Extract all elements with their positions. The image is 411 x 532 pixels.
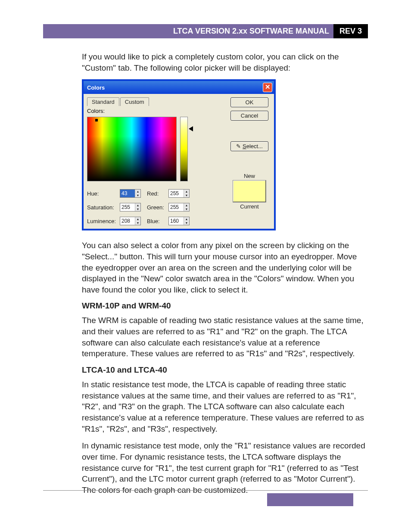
luminence-spinner[interactable]: 208 ▲▼: [120, 217, 141, 225]
spinner-up-icon[interactable]: ▲: [184, 190, 189, 193]
spinner-down-icon[interactable]: ▼: [184, 221, 189, 225]
spinner-down-icon[interactable]: ▼: [135, 193, 140, 197]
blue-spinner[interactable]: 160 ▲▼: [168, 217, 190, 225]
wrm-paragraph: The WRM is capable of reading two static…: [82, 315, 368, 359]
spinner-down-icon[interactable]: ▼: [135, 221, 140, 225]
blue-value: 160: [169, 217, 184, 225]
ok-button[interactable]: OK: [230, 97, 268, 107]
spinner-up-icon[interactable]: ▲: [135, 203, 140, 207]
spinner-up-icon[interactable]: ▲: [184, 203, 189, 207]
ltca-paragraph-1: In static resistance test mode, the LTCA…: [82, 379, 368, 434]
select-underline-char: S: [243, 143, 246, 149]
red-label: Red:: [147, 190, 166, 197]
select-eyedropper-button[interactable]: ✎ Select...: [230, 141, 268, 151]
page-footer: 12: [43, 490, 368, 506]
dialog-titlebar: Colors ✕: [84, 81, 274, 94]
header-title: LTCA VERSION 2.xx SOFTWARE MANUAL: [43, 24, 333, 38]
tab-custom[interactable]: Custom: [120, 97, 149, 106]
ltca-heading: LTCA-10 and LTCA-40: [82, 365, 368, 375]
document-page: LTCA VERSION 2.xx SOFTWARE MANUAL REV 3 …: [0, 0, 411, 532]
hue-label: Hue:: [87, 190, 117, 197]
red-value: 255: [169, 190, 184, 197]
intro-paragraph: If you would like to pick a completely c…: [82, 51, 368, 73]
saturation-spinner[interactable]: 255 ▲▼: [120, 203, 141, 212]
dialog-tabs: Standard Custom: [87, 97, 228, 106]
color-swatch-preview: [233, 180, 266, 202]
spinner-up-icon[interactable]: ▲: [184, 217, 189, 221]
luminence-label: Luminence:: [87, 218, 117, 224]
current-swatch-label: Current: [240, 203, 258, 210]
spinner-up-icon[interactable]: ▲: [135, 217, 140, 221]
header-rev: REV 3: [333, 24, 368, 38]
spinner-down-icon[interactable]: ▼: [135, 207, 140, 211]
luminance-arrow-icon: [189, 126, 193, 131]
spinner-down-icon[interactable]: ▼: [184, 207, 189, 211]
spinner-up-icon[interactable]: ▲: [135, 190, 140, 193]
luminance-slider[interactable]: [180, 117, 188, 181]
page-number: 12: [353, 493, 368, 506]
hue-spinner[interactable]: 43 ▲▼: [120, 189, 141, 198]
cancel-button[interactable]: Cancel: [230, 111, 268, 121]
page-header: LTCA VERSION 2.xx SOFTWARE MANUAL REV 3: [43, 24, 368, 38]
wrm-heading: WRM-10P and WRM-40: [82, 301, 368, 311]
colors-label: Colors:: [87, 108, 228, 114]
luminence-value: 208: [120, 217, 135, 225]
colors-dialog: Colors ✕ Standard Custom Colors:: [82, 79, 276, 230]
saturation-label: Saturation:: [87, 204, 117, 211]
tab-standard[interactable]: Standard: [87, 97, 119, 106]
picker-cursor: [95, 119, 98, 121]
blue-label: Blue:: [147, 218, 166, 224]
color-gradient-picker[interactable]: [87, 117, 177, 181]
green-label: Green:: [147, 204, 166, 211]
green-value: 255: [169, 203, 184, 211]
spinner-down-icon[interactable]: ▼: [184, 193, 189, 197]
dialog-title: Colors: [87, 84, 105, 91]
red-spinner[interactable]: 255 ▲▼: [168, 189, 190, 198]
after-dialog-paragraph: You can also select a color from any pix…: [82, 240, 368, 295]
saturation-value: 255: [120, 203, 135, 211]
new-swatch-label: New: [244, 173, 255, 179]
close-button[interactable]: ✕: [263, 83, 272, 92]
green-spinner[interactable]: 255 ▲▼: [168, 203, 190, 212]
close-icon: ✕: [265, 83, 271, 90]
hue-value: 43: [120, 190, 135, 197]
select-rest-text: elect...: [246, 143, 263, 149]
ltca-paragraph-2: In dynamic resistance test mode, only th…: [82, 440, 368, 495]
eyedropper-icon: ✎: [236, 143, 241, 149]
